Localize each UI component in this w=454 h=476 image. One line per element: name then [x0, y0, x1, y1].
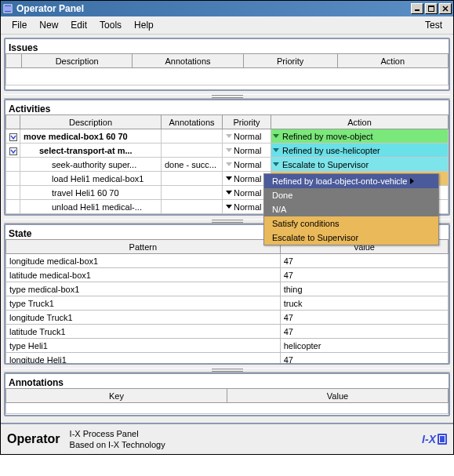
annotations-col-key[interactable]: Key	[6, 389, 227, 403]
activity-row[interactable]: select-transport-at m...NormalRefined by…	[6, 144, 449, 158]
state-table: Pattern Value longitude medical-box147la…	[5, 239, 449, 365]
action-label: Refined by use-helicopter	[282, 146, 380, 155]
state-pattern[interactable]: type Heli1	[6, 339, 281, 353]
collapse-toggle-icon[interactable]	[9, 133, 17, 141]
collapse-toggle-icon[interactable]	[9, 147, 17, 155]
chevron-down-icon[interactable]	[226, 162, 232, 166]
window-title: Operator Panel	[16, 3, 411, 14]
activities-col-priority[interactable]: Priority	[223, 115, 271, 129]
issues-col-priority[interactable]: Priority	[243, 54, 337, 68]
state-row[interactable]: latitude Truck147	[6, 325, 449, 339]
menu-new[interactable]: New	[33, 18, 64, 32]
state-col-pattern[interactable]: Pattern	[6, 240, 281, 254]
activity-toggle-cell[interactable]	[6, 144, 20, 158]
chevron-down-icon[interactable]	[226, 134, 232, 138]
activity-description[interactable]: load Heli1 medical-box1	[20, 172, 162, 186]
activity-annotation[interactable]	[162, 200, 223, 214]
activity-priority[interactable]: Normal	[223, 158, 271, 172]
state-pattern[interactable]: latitude Truck1	[6, 325, 281, 339]
dropdown-item-label: Done	[272, 191, 292, 201]
menu-test[interactable]: Test	[419, 18, 449, 32]
window-buttons	[411, 3, 452, 14]
state-pattern[interactable]: longitude medical-box1	[6, 254, 281, 268]
dropdown-item[interactable]: Done	[264, 188, 438, 202]
activity-row[interactable]: move medical-box1 60 70NormalRefined by …	[6, 129, 449, 144]
state-value[interactable]: 47	[280, 311, 448, 325]
priority-label: Normal	[234, 188, 261, 198]
activity-toggle-cell[interactable]	[6, 129, 20, 144]
status-line2: Based on I-X Technology	[70, 439, 165, 450]
activity-action[interactable]: Refined by move-object	[271, 129, 449, 144]
issues-col-annotations[interactable]: Annotations	[133, 54, 243, 68]
state-row[interactable]: type Heli1helicopter	[6, 339, 449, 353]
issues-col-description[interactable]: Description	[22, 54, 133, 68]
activities-title: Activities	[5, 102, 449, 114]
state-pattern[interactable]: type medical-box1	[6, 282, 281, 296]
menu-tools[interactable]: Tools	[93, 18, 128, 32]
state-row[interactable]: latitude medical-box147	[6, 268, 449, 282]
dropdown-item[interactable]: Satisfy conditions	[264, 216, 438, 231]
state-row[interactable]: longitude Heli147	[6, 353, 449, 365]
dropdown-item[interactable]: Refined by load-object-onto-vehicle	[264, 174, 438, 188]
state-value[interactable]: thing	[280, 282, 448, 296]
chevron-down-icon[interactable]	[273, 134, 279, 138]
state-value[interactable]: 47	[280, 325, 448, 339]
annotations-table: Key Value	[5, 388, 449, 414]
chevron-down-icon[interactable]	[226, 191, 232, 194]
activity-priority[interactable]: Normal	[223, 144, 271, 158]
state-row[interactable]: type medical-box1thing	[6, 282, 449, 296]
maximize-button[interactable]	[425, 3, 438, 14]
issues-col-action[interactable]: Action	[337, 54, 448, 68]
state-row[interactable]: type Truck1truck	[6, 296, 449, 311]
activity-description[interactable]: seek-authority super...	[20, 158, 162, 172]
close-button[interactable]	[439, 3, 452, 14]
activity-annotation[interactable]: done - succ...	[162, 158, 223, 172]
state-pattern[interactable]: latitude medical-box1	[6, 268, 281, 282]
activity-annotation[interactable]	[162, 186, 223, 200]
chevron-down-icon[interactable]	[273, 162, 279, 166]
activity-annotation[interactable]	[162, 172, 223, 186]
state-value[interactable]: 47	[280, 268, 448, 282]
status-line1: I-X Process Panel	[70, 428, 165, 439]
activity-description[interactable]: move medical-box1 60 70	[20, 129, 162, 144]
state-value[interactable]: 47	[280, 254, 448, 268]
action-dropdown[interactable]: Refined by load-object-onto-vehicleDoneN…	[263, 173, 439, 245]
dropdown-item[interactable]: Escalate to Supervisor	[264, 231, 438, 245]
chevron-down-icon[interactable]	[226, 205, 232, 209]
annotations-col-value[interactable]: Value	[227, 389, 449, 403]
state-pattern[interactable]: type Truck1	[6, 296, 281, 311]
activity-description[interactable]: travel Heli1 60 70	[20, 186, 162, 200]
chevron-down-icon[interactable]	[226, 176, 232, 180]
state-pattern[interactable]: longitude Heli1	[6, 353, 281, 365]
state-value[interactable]: helicopter	[280, 339, 448, 353]
state-value[interactable]: 47	[280, 353, 448, 365]
activities-col-description[interactable]: Description	[20, 115, 162, 129]
state-pattern[interactable]: longitude Truck1	[6, 311, 281, 325]
activity-annotation[interactable]	[162, 144, 223, 158]
issues-col-toggle[interactable]	[6, 54, 22, 68]
dropdown-item[interactable]: N/A	[264, 202, 438, 216]
activity-action[interactable]: Escalate to Supervisor	[271, 158, 449, 172]
activities-col-annotations[interactable]: Annotations	[162, 115, 223, 129]
activity-priority[interactable]: Normal	[223, 129, 271, 144]
menu-edit[interactable]: Edit	[64, 18, 93, 32]
state-row[interactable]: longitude Truck147	[6, 311, 449, 325]
priority-label: Normal	[234, 160, 261, 169]
minimize-button[interactable]	[411, 3, 423, 14]
submenu-arrow-icon	[410, 178, 414, 184]
chevron-down-icon[interactable]	[273, 148, 279, 152]
menu-help[interactable]: Help	[128, 18, 160, 32]
state-value[interactable]: truck	[280, 296, 448, 311]
activities-col-toggle[interactable]	[6, 115, 20, 129]
chevron-down-icon[interactable]	[226, 148, 232, 152]
activity-annotation[interactable]	[162, 129, 223, 144]
activity-description[interactable]: unload Heli1 medical-...	[20, 200, 162, 214]
activity-row[interactable]: seek-authority super...done - succ...Nor…	[6, 158, 449, 172]
state-row[interactable]: longitude medical-box147	[6, 254, 449, 268]
menu-file[interactable]: File	[5, 18, 33, 32]
dropdown-item-label: Refined by load-object-onto-vehicle	[272, 176, 407, 187]
activities-col-action[interactable]: Action	[271, 115, 449, 129]
activity-description[interactable]: select-transport-at m...	[20, 144, 162, 158]
ix-logo-text: I-X	[422, 433, 436, 445]
activity-action[interactable]: Refined by use-helicopter	[271, 144, 449, 158]
